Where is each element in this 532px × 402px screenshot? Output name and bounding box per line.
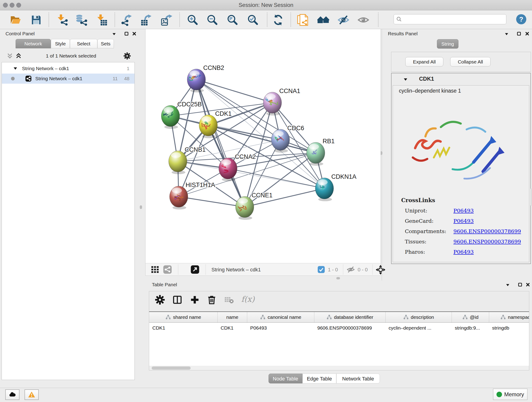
control-panel-menu-icon[interactable]: [112, 32, 116, 36]
view-network-icon[interactable]: [163, 265, 172, 274]
import-table-icon[interactable]: [96, 14, 108, 26]
network-node-CCNE1[interactable]: CCNE1: [235, 192, 273, 220]
import-network-icon[interactable]: [56, 14, 68, 26]
results-panel-float-icon[interactable]: [517, 32, 521, 36]
window-close-light[interactable]: [3, 3, 8, 7]
network-row-selected[interactable]: String Network – cdk1 11 48: [2, 74, 134, 84]
selected-checkbox-icon[interactable]: [317, 266, 325, 274]
table-panel-float-icon[interactable]: [518, 282, 522, 287]
control-panel-close-icon[interactable]: [132, 32, 137, 36]
help-icon[interactable]: ?: [515, 13, 527, 25]
expand-all-icon[interactable]: [15, 52, 22, 59]
memory-button[interactable]: Memory: [493, 389, 527, 400]
tab-node-table[interactable]: Node Table: [268, 374, 302, 383]
column-header-databaseidentifier[interactable]: database identifier: [314, 312, 385, 322]
bottom-splitter-handle[interactable]: [336, 277, 340, 279]
window-zoom-light[interactable]: [16, 3, 21, 7]
control-panel-float-icon[interactable]: [124, 32, 129, 36]
table-cell[interactable]: stringdb:9...: [452, 323, 489, 333]
tab-style[interactable]: Style: [51, 39, 70, 48]
search-box[interactable]: [394, 14, 506, 24]
zoom-out-icon[interactable]: [206, 14, 218, 26]
column-header-id[interactable]: @id: [452, 312, 489, 322]
crosslink-link[interactable]: 9606.ENSP00000378699: [453, 236, 521, 247]
hidden-eye-icon[interactable]: [347, 265, 355, 274]
string-document-icon[interactable]: [297, 14, 309, 26]
tab-sets[interactable]: Sets: [97, 39, 114, 48]
export-table-icon[interactable]: [140, 14, 152, 26]
network-collection-row[interactable]: String Network – cdk1 1: [2, 64, 134, 74]
network-node-CCNB2[interactable]: CCNB2: [187, 64, 224, 92]
view-grid-icon[interactable]: [151, 265, 160, 274]
table-cell[interactable]: cyclin–dependent ...: [385, 323, 452, 333]
results-panel-close-icon[interactable]: [525, 32, 530, 36]
tree-collapse-icon[interactable]: [13, 66, 18, 71]
table-cell[interactable]: stringdb: [489, 323, 529, 333]
crosslink-link[interactable]: P06493: [453, 247, 474, 257]
collapse-all-icon[interactable]: [6, 52, 13, 59]
open-session-icon[interactable]: [10, 14, 22, 26]
warning-status-button[interactable]: [25, 389, 39, 400]
show-results-icon[interactable]: [357, 14, 369, 26]
status-bar: Memory: [0, 388, 532, 402]
toolbar-separator: [378, 12, 379, 27]
network-options-gear-icon[interactable]: [123, 52, 131, 60]
detach-view-icon[interactable]: [190, 265, 200, 274]
column-header-namespace[interactable]: namespace: [489, 312, 529, 322]
network-node-CCNA1[interactable]: CCNA1: [263, 88, 300, 115]
column-header-canonicalname[interactable]: canonical name: [247, 312, 314, 322]
tab-edge-table[interactable]: Edge Table: [302, 374, 336, 383]
delete-column-icon[interactable]: [206, 294, 217, 305]
tab-select[interactable]: Select: [70, 39, 97, 48]
export-network-icon[interactable]: [120, 14, 132, 26]
toolbar-separator: [343, 264, 343, 275]
table-panel-close-icon[interactable]: [526, 282, 530, 287]
zoom-selected-icon[interactable]: [247, 14, 259, 26]
tab-network[interactable]: Network: [16, 39, 51, 48]
node-label-CDK1: CDK1: [215, 110, 232, 117]
import-network-database-icon[interactable]: [75, 14, 87, 26]
tab-string[interactable]: String: [437, 39, 458, 49]
network-node-HIST1H1A[interactable]: HIST1H1A: [170, 182, 215, 210]
save-session-icon[interactable]: [30, 14, 42, 26]
results-scrollbar[interactable]: [530, 188, 532, 206]
table-cell[interactable]: 9606.ENSP00000378699: [314, 323, 385, 333]
export-image-icon[interactable]: [160, 14, 172, 26]
add-column-icon[interactable]: [190, 294, 200, 305]
table-horizontal-scrollbar[interactable]: [149, 366, 529, 370]
node-count: 11: [113, 76, 118, 81]
expand-all-button[interactable]: Expand All: [405, 57, 443, 66]
tab-network-table[interactable]: Network Table: [336, 374, 380, 383]
column-header-sharedname[interactable]: shared name: [149, 312, 217, 322]
table-body: CDK1CDK1P064939606.ENSP00000378699cyclin…: [149, 323, 529, 366]
string-home-icon[interactable]: [317, 14, 329, 26]
column-header-description[interactable]: description: [385, 312, 452, 322]
left-splitter-handle[interactable]: [140, 205, 142, 209]
protein-name: CDK1: [419, 76, 434, 82]
window-minimize-light[interactable]: [10, 3, 14, 7]
cloud-status-button[interactable]: [5, 389, 19, 400]
network-node-RB1[interactable]: RB1: [307, 138, 335, 166]
search-input[interactable]: [404, 16, 506, 22]
crosslink-link[interactable]: 9606.ENSP00000378699: [453, 226, 521, 236]
table-settings-gear-icon[interactable]: [155, 294, 165, 305]
zoom-in-icon[interactable]: [186, 14, 198, 26]
show-columns-icon[interactable]: [172, 294, 183, 305]
crosslink-link[interactable]: P06493: [453, 206, 474, 216]
collapse-all-button[interactable]: Collapse All: [450, 57, 491, 66]
network-collection-label: String Network – cdk1: [22, 66, 69, 71]
table-cell[interactable]: CDK1: [149, 323, 217, 333]
results-panel-menu-icon[interactable]: [504, 32, 509, 36]
table-panel-menu-icon[interactable]: [505, 283, 510, 287]
crosslink-link[interactable]: P06493: [453, 216, 474, 226]
zoom-fit-icon[interactable]: [226, 14, 238, 26]
network-view-toolbar: String Network – cdk1 1 - 0 0 - 0: [145, 263, 381, 276]
hide-results-icon[interactable]: [337, 14, 349, 26]
network-canvas[interactable]: CCNB2 CCNA1 CDC25B CDK1 CDC6: [145, 29, 381, 263]
table-cell[interactable]: P06493: [247, 323, 314, 333]
toolbar-separator: [114, 12, 115, 27]
refresh-layout-icon[interactable]: [272, 14, 284, 26]
protein-collapse-icon[interactable]: [403, 77, 408, 82]
table-cell[interactable]: CDK1: [217, 323, 247, 333]
column-header-name[interactable]: name: [217, 312, 247, 322]
